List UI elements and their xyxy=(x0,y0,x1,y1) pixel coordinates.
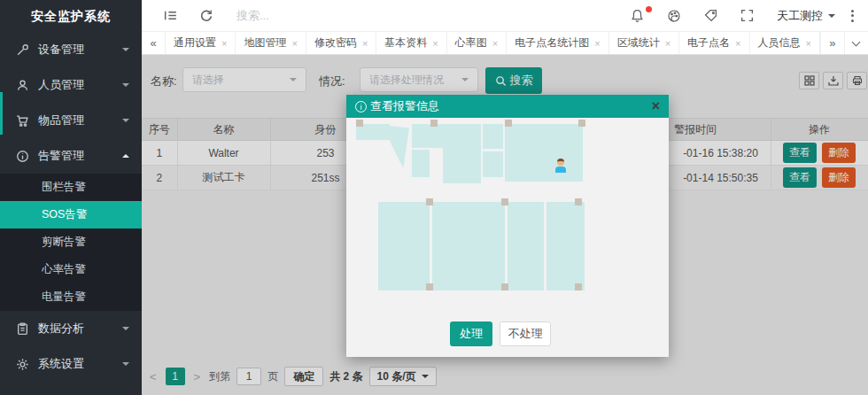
caret-up-icon xyxy=(122,151,129,158)
sidebar-item-data-analysis[interactable]: 数据分析 xyxy=(0,311,142,346)
tabbar: « 通用设置× 地图管理× 修改密码× 基本资料× 心率图× 电子点名统计图× … xyxy=(142,32,868,55)
close-icon[interactable]: × xyxy=(492,38,498,49)
plan-room xyxy=(378,202,585,290)
sidebar-item-settings[interactable]: 系统设置 xyxy=(0,346,142,382)
person-torso xyxy=(555,167,566,173)
tab-heartrate-chart[interactable]: 心率图× xyxy=(447,32,507,54)
chevron-down-icon xyxy=(852,37,861,46)
sidebar-item-alarm[interactable]: 告警管理 xyxy=(0,138,142,174)
plan-handle[interactable] xyxy=(356,120,363,127)
submenu-fence-alarm[interactable]: 围栏告警 xyxy=(0,174,142,201)
caret-down-icon xyxy=(122,327,129,334)
tabs-scroll-left[interactable]: « xyxy=(142,32,166,54)
tab-basic-info[interactable]: 基本资料× xyxy=(376,32,446,54)
submenu-heartrate-alarm[interactable]: 心率告警 xyxy=(0,256,142,283)
tab-rollcall-chart[interactable]: 电子点名统计图× xyxy=(507,32,608,54)
info-circle-icon xyxy=(16,150,29,163)
close-icon[interactable]: × xyxy=(362,38,368,49)
close-icon[interactable]: × xyxy=(806,38,811,49)
username: 天工测控 xyxy=(777,8,823,24)
not-handle-button[interactable]: 不处理 xyxy=(500,321,551,346)
plan-handle[interactable] xyxy=(575,198,582,205)
tab-personnel-info[interactable]: 人员信息× xyxy=(750,32,820,54)
plan-wall-gap xyxy=(505,202,508,290)
app-window: 安全监护系统 设备管理 人员管理 物品管理 xyxy=(0,0,868,395)
tab-rollcall[interactable]: 电子点名× xyxy=(679,32,749,54)
close-icon[interactable]: × xyxy=(291,38,297,49)
plan-room xyxy=(483,151,503,177)
plan-handle[interactable] xyxy=(501,283,508,290)
caret-down-icon xyxy=(122,362,129,369)
gear-icon xyxy=(16,358,29,371)
info-circle-icon: i xyxy=(355,101,367,112)
tab-area-statistics[interactable]: 区域统计× xyxy=(609,32,679,54)
plan-room xyxy=(412,124,443,148)
close-icon[interactable]: × xyxy=(432,38,438,49)
sidebar: 安全监护系统 设备管理 人员管理 物品管理 xyxy=(0,0,142,395)
tools-icon xyxy=(16,43,29,57)
modal-header: i 查看报警信息 × xyxy=(346,95,669,118)
tab-map-management[interactable]: 地图管理× xyxy=(236,32,306,54)
handle-button[interactable]: 处理 xyxy=(450,321,492,346)
menu-fold-icon[interactable] xyxy=(163,9,178,22)
caret-down-icon xyxy=(828,14,835,21)
close-icon[interactable]: × xyxy=(221,38,227,49)
caret-down-icon xyxy=(122,119,129,126)
topbar-right: 天工测控 xyxy=(631,8,868,24)
tabs-dropdown[interactable] xyxy=(844,32,868,54)
topbar: 天工测控 xyxy=(142,0,868,32)
clipboard-icon xyxy=(16,322,29,336)
plan-room xyxy=(412,150,430,177)
user-icon xyxy=(16,79,29,92)
plan-handle[interactable] xyxy=(426,198,433,205)
submenu-battery-alarm[interactable]: 电量告警 xyxy=(0,283,142,311)
submenu-cut-alarm[interactable]: 剪断告警 xyxy=(0,228,142,256)
person-marker[interactable] xyxy=(555,159,566,174)
cart-icon xyxy=(16,114,29,128)
close-icon[interactable]: × xyxy=(665,38,670,49)
notification-dot xyxy=(646,6,652,12)
tab-change-password[interactable]: 修改密码× xyxy=(306,32,376,54)
caret-down-icon xyxy=(122,83,129,90)
fullscreen-icon[interactable] xyxy=(740,9,754,22)
sidebar-scroll-indicator[interactable] xyxy=(0,92,3,135)
plan-handle[interactable] xyxy=(501,198,508,205)
tab-general-settings[interactable]: 通用设置× xyxy=(166,32,236,54)
plan-room xyxy=(483,124,503,149)
sidebar-item-device[interactable]: 设备管理 xyxy=(0,32,142,67)
tabs-scroll-right[interactable]: » xyxy=(820,32,844,54)
plan-handle[interactable] xyxy=(575,283,582,290)
person-head xyxy=(557,159,564,166)
close-icon[interactable]: × xyxy=(652,99,660,113)
floor-plan: 处理 不处理 xyxy=(346,118,669,357)
app-title: 安全监护系统 xyxy=(0,0,142,32)
sidebar-item-items[interactable]: 物品管理 xyxy=(0,103,142,138)
theme-palette-icon[interactable] xyxy=(667,9,681,23)
alarm-submenu: 围栏告警 SOS告警 剪断告警 心率告警 电量告警 xyxy=(0,174,142,311)
plan-room xyxy=(505,124,583,182)
refresh-icon[interactable] xyxy=(199,9,213,23)
plan-wall-gap xyxy=(430,202,432,290)
plan-handle[interactable] xyxy=(505,120,512,127)
plan-wall-gap xyxy=(544,202,546,290)
close-icon[interactable]: × xyxy=(735,38,740,49)
caret-down-icon xyxy=(122,48,129,55)
submenu-sos-alarm[interactable]: SOS告警 xyxy=(0,201,142,228)
modal-title: 查看报警信息 xyxy=(370,98,439,114)
bell-icon[interactable] xyxy=(631,9,644,23)
plan-room xyxy=(390,126,409,168)
view-alarm-modal: i 查看报警信息 × xyxy=(346,95,669,357)
plan-room xyxy=(443,124,481,183)
user-menu[interactable]: 天工测控 xyxy=(777,8,835,24)
tag-icon[interactable] xyxy=(704,9,717,22)
more-options-icon[interactable] xyxy=(851,10,854,22)
global-search-input[interactable] xyxy=(236,9,405,22)
plan-handle[interactable] xyxy=(426,283,433,290)
close-icon[interactable]: × xyxy=(594,38,600,49)
plan-handle[interactable] xyxy=(430,120,438,127)
plan-handle[interactable] xyxy=(578,120,585,127)
sidebar-item-personnel[interactable]: 人员管理 xyxy=(0,67,142,103)
